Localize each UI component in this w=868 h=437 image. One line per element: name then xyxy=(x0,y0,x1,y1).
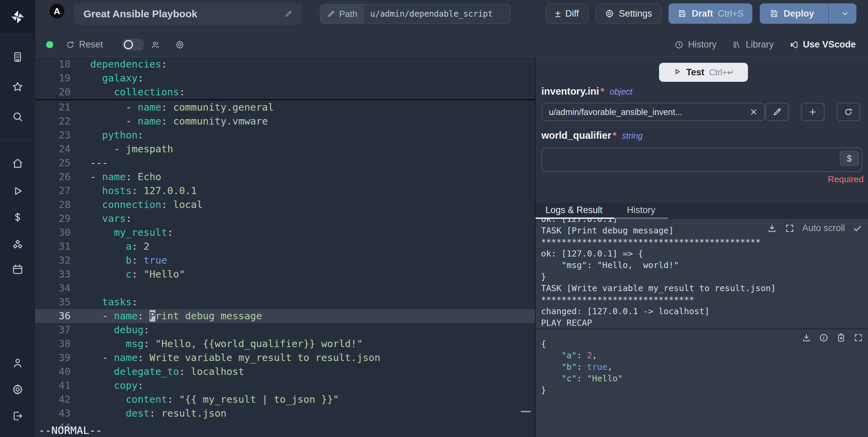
use-vscode-button[interactable]: Use VScode xyxy=(789,39,856,50)
diff-button[interactable]: ± Diff xyxy=(546,3,588,24)
reset-label: Reset xyxy=(79,39,103,50)
sidebar-item-cubes[interactable] xyxy=(0,233,35,257)
cubes-icon xyxy=(12,239,24,252)
code-line[interactable]: 30 my_result: xyxy=(35,226,535,240)
code-line[interactable]: 39 - name: Write variable my_result to r… xyxy=(35,351,535,365)
draft-button[interactable]: Draft Ctrl+S xyxy=(669,3,752,24)
deploy-button[interactable]: Deploy xyxy=(760,3,824,24)
sidebar-item-user[interactable] xyxy=(0,352,35,376)
variable-picker-button[interactable]: $ xyxy=(840,151,859,166)
code-line[interactable]: 26- name: Echo xyxy=(35,170,535,184)
settings-label: Settings xyxy=(619,8,652,19)
library-button[interactable]: Library xyxy=(732,39,774,50)
log-line: PLAY RECAP xyxy=(541,317,868,328)
code-line[interactable]: 18dependencies: xyxy=(35,57,535,71)
line-content: msg: "Hello, {{world_qualifier}} world!" xyxy=(71,337,363,351)
line-content: --- xyxy=(71,156,108,170)
sidebar-item-search[interactable] xyxy=(0,106,35,129)
line-number: 40 xyxy=(35,365,71,379)
reset-button[interactable]: Reset xyxy=(65,39,103,50)
field-name: inventory.ini xyxy=(541,86,599,97)
history-clock-icon xyxy=(674,40,684,50)
script-title-field[interactable]: Great Ansible Playbook xyxy=(74,3,302,25)
clear-x-icon[interactable] xyxy=(749,107,758,117)
code-line[interactable]: 34 xyxy=(35,281,535,295)
download-logs-icon[interactable] xyxy=(767,223,777,233)
code-line[interactable]: 21 - name: community.general xyxy=(35,100,535,114)
history-button[interactable]: History xyxy=(674,39,716,50)
code-line[interactable]: 35 tasks: xyxy=(35,295,535,309)
code-line[interactable]: 33 c: "Hello" xyxy=(35,267,535,281)
sidebar-item-logout[interactable] xyxy=(0,405,35,429)
diff-icon: ± xyxy=(555,8,560,19)
windmill-logo[interactable] xyxy=(0,0,35,34)
info-icon[interactable] xyxy=(819,333,829,343)
line-number: 22 xyxy=(35,114,71,128)
code-line[interactable]: 43 dest: result.json xyxy=(35,406,535,420)
path-chip[interactable]: Path u/admin/dependable_script xyxy=(320,4,510,24)
split-divider[interactable] xyxy=(535,57,536,437)
draft-shortcut: Ctrl+S xyxy=(718,8,744,19)
line-content: - name: Print debug message xyxy=(71,309,262,323)
code-line[interactable]: 28 connection: local xyxy=(35,198,535,212)
settings-button[interactable]: Settings xyxy=(596,3,661,24)
tab-history[interactable]: History xyxy=(627,203,655,217)
line-content: galaxy: xyxy=(71,71,143,85)
download-result-icon[interactable] xyxy=(802,333,811,343)
inventory-input[interactable] xyxy=(541,103,765,121)
code-line[interactable]: 22 - name: community.vmware xyxy=(35,114,535,128)
code-line[interactable]: 19 galaxy: xyxy=(35,71,535,85)
code-line[interactable]: 29 vars: xyxy=(35,212,535,226)
line-number: 26 xyxy=(35,170,71,184)
gear-icon xyxy=(12,383,24,397)
sidebar-item-building[interactable] xyxy=(0,46,35,70)
diff-mode-toggle[interactable] xyxy=(122,39,144,51)
header-actions: ± Diff Settings Draft Ctrl+S Deploy xyxy=(546,3,856,24)
sidebar-item-calendar[interactable] xyxy=(0,258,35,282)
code-line[interactable]: 24 - jmespath xyxy=(35,142,535,156)
panel-resize-handle[interactable] xyxy=(521,411,531,412)
log-line: TASK [Write variable my_result to result… xyxy=(541,283,868,294)
run-panel: Test Ctrl+↵ inventory.ini* object world_… xyxy=(536,57,868,437)
code-line[interactable]: 44 xyxy=(35,420,535,434)
editor-settings-gear-icon[interactable] xyxy=(175,40,185,50)
edit-path-pencil-icon[interactable] xyxy=(327,10,335,18)
line-number: 41 xyxy=(35,379,71,393)
deploy-dropdown-button[interactable] xyxy=(833,3,856,24)
edit-resource-button[interactable] xyxy=(765,103,789,121)
test-button[interactable]: Test Ctrl+↵ xyxy=(659,63,748,82)
code-line[interactable]: 31 a: 2 xyxy=(35,240,535,253)
tab-logs-result[interactable]: Logs & Result xyxy=(545,203,602,217)
code-line[interactable]: 40 delegate_to: localhost xyxy=(35,365,535,379)
line-content: tasks: xyxy=(71,295,138,309)
code-line[interactable]: 38 msg: "Hello, {{world_qualifier}} worl… xyxy=(35,337,535,351)
collaborators-icon[interactable] xyxy=(151,40,160,50)
code-line[interactable]: 25--- xyxy=(35,156,535,170)
code-line[interactable]: 36 - name: Print debug message xyxy=(35,309,535,323)
code-line[interactable]: 37 debug: xyxy=(35,323,535,337)
deploy-label: Deploy xyxy=(784,8,814,19)
edit-title-pencil-icon[interactable] xyxy=(284,10,292,18)
expand-logs-icon[interactable] xyxy=(785,223,795,233)
autoscroll-checkbox[interactable] xyxy=(852,223,863,233)
code-line[interactable]: 27 hosts: 127.0.0.1 xyxy=(35,184,535,198)
sidebar-item-play[interactable] xyxy=(0,180,35,204)
code-line[interactable]: 23 python: xyxy=(35,128,535,142)
add-resource-button[interactable] xyxy=(801,103,825,121)
field-label-inventory: inventory.ini* object xyxy=(541,86,632,97)
code-editor[interactable]: 18dependencies:19 galaxy:20 collections:… xyxy=(35,57,535,437)
sidebar-item-gear[interactable] xyxy=(0,378,35,402)
copy-result-icon[interactable] xyxy=(836,333,846,343)
line-content: c: "Hello" xyxy=(71,267,185,281)
code-line[interactable]: 41 copy: xyxy=(35,379,535,393)
sidebar-item-home[interactable] xyxy=(0,152,35,176)
sidebar-item-star[interactable] xyxy=(0,76,35,99)
line-content: vars: xyxy=(71,212,132,226)
world-qualifier-input[interactable] xyxy=(542,148,862,171)
code-line[interactable]: 20 collections: xyxy=(35,85,535,99)
expand-result-icon[interactable] xyxy=(853,333,863,343)
refresh-resource-button[interactable] xyxy=(836,103,860,121)
code-line[interactable]: 32 b: true xyxy=(35,253,535,267)
code-line[interactable]: 42 content: "{{ my_result | to_json }}" xyxy=(35,393,535,406)
sidebar-item-dollar[interactable] xyxy=(0,206,35,230)
